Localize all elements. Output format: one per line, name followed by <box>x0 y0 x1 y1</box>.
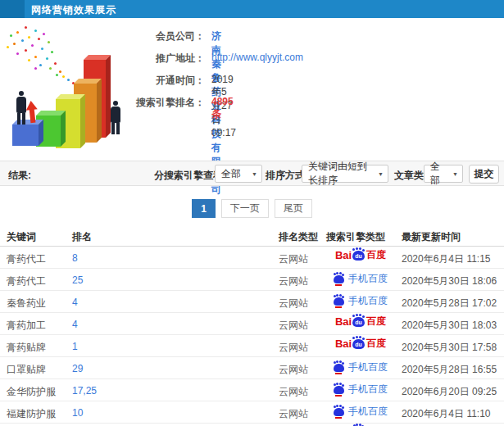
header-rank: 排名 <box>72 230 92 244</box>
table-row: 金华防护服 17,25 云网站 手机百度 2020年6月20日 09:25 <box>0 379 504 401</box>
rank-type: 云网站 <box>279 297 308 310</box>
header-update-time: 最新更新时间 <box>402 230 461 244</box>
rank-link[interactable]: 4 <box>72 319 78 330</box>
rank-count-value: 4895 <box>211 96 234 107</box>
baidu-mobile-logo: 手机百度 <box>334 272 388 286</box>
title-bar-corner <box>0 0 25 18</box>
baidu-mobile-logo: 手机百度 <box>334 405 388 419</box>
keyword: 膏药加工 <box>7 319 46 333</box>
promo-url-label: 推广地址： <box>111 52 205 66</box>
rank-link[interactable]: 25 <box>72 274 83 286</box>
baidu-paw-icon: du <box>352 339 365 349</box>
rank-link[interactable]: 10 <box>72 407 83 419</box>
keyword: 膏药代工 <box>7 274 46 288</box>
sort-select[interactable]: 关键词由短到长排序 ▼ <box>302 165 388 183</box>
rank-type: 云网站 <box>279 274 308 288</box>
baidu-pc-logo: Baidu百度 <box>335 316 386 327</box>
rank-type: 云网站 <box>279 319 308 333</box>
header-rank-type: 排名类型 <box>279 230 318 244</box>
engine-select[interactable]: 全部 ▼ <box>215 165 262 183</box>
title-bar: 网络营销效果展示 <box>0 0 504 18</box>
keyword: 秦鲁药业 <box>7 297 46 310</box>
baidu-paw-icon: du <box>352 317 365 327</box>
keyword: 膏药贴牌 <box>7 341 46 355</box>
rank-type: 云网站 <box>279 385 308 399</box>
table-header: 关键词 排名 排名类型 搜索引擎类型 最新更新时间 <box>0 224 504 247</box>
keyword: 膏药代工 <box>7 252 46 266</box>
rank-link[interactable]: 1 <box>72 341 78 352</box>
keyword: 福建防护服 <box>7 407 56 421</box>
baidu-paw-icon <box>334 297 344 306</box>
table-row: 福建防护服 10 云网站 手机百度 2020年6月4日 11:10 <box>0 401 504 424</box>
page-title: 网络营销效果展示 <box>31 3 116 17</box>
submit-button[interactable]: 提交 <box>469 165 499 184</box>
chevron-down-icon: ▼ <box>378 171 384 177</box>
rank-type: 云网站 <box>279 252 308 266</box>
rank-link[interactable]: 8 <box>72 252 78 264</box>
rank-link[interactable]: 17,25 <box>72 385 97 397</box>
update-time: 2020年6月4日 11:10 <box>402 407 491 421</box>
engine-filter-label: 分搜索引擎查看 <box>154 169 223 183</box>
update-time: 2020年5月28日 16:55 <box>402 363 497 377</box>
article-type-select[interactable]: 全部 ▼ <box>424 165 463 183</box>
update-time: 2020年6月4日 11:15 <box>402 252 491 266</box>
pagination: 1 下一页 尾页 <box>0 199 504 218</box>
baidu-paw-icon: du <box>352 251 365 261</box>
table-row: 膏药代工 25 云网站 手机百度 2020年5月30日 18:06 <box>0 269 504 291</box>
table-row: 膏药代工 8 云网站 Baidu百度 2020年6月4日 11:15 <box>0 247 504 269</box>
filter-bar: 结果: 分搜索引擎查看 全部 ▼ 排序方式 关键词由短到长排序 ▼ 文章类型 全… <box>0 161 504 186</box>
table-row: 秦鲁药业 4 云网站 手机百度 2020年5月28日 17:02 <box>0 291 504 313</box>
engine-select-value: 全部 <box>221 167 241 181</box>
rank-count-label: 搜索引擎排名： <box>111 96 205 110</box>
chevron-down-icon: ▼ <box>252 171 257 177</box>
baidu-paw-icon <box>334 386 344 394</box>
promo-url-link[interactable]: http://www.qlyyjt.com <box>211 52 303 63</box>
last-page-button[interactable]: 尾页 <box>275 199 312 218</box>
baidu-mobile-logo: 手机百度 <box>334 383 388 397</box>
page: 网络营销效果展示 会员公司： 济南秦鲁药业科技有限公司 推广地址： http:/… <box>0 0 504 426</box>
sort-select-value: 关键词由短到长排序 <box>308 160 375 188</box>
keyword: 金华防护服 <box>7 385 56 399</box>
company-label: 会员公司： <box>111 29 205 43</box>
rank-type: 云网站 <box>279 341 308 355</box>
businessman-figure-right <box>109 101 122 134</box>
page-1-button[interactable]: 1 <box>192 199 216 218</box>
result-label: 结果: <box>8 169 31 183</box>
update-time: 2020年6月20日 09:25 <box>402 385 497 399</box>
update-time: 2020年5月30日 18:06 <box>402 274 497 288</box>
baidu-paw-icon <box>334 408 344 416</box>
rank-link[interactable]: 4 <box>72 297 78 308</box>
baidu-mobile-logo: 手机百度 <box>334 294 388 308</box>
rank-link[interactable]: 29 <box>72 363 83 374</box>
table-row: 膏药贴牌 1 云网站 Baidu百度 2020年5月30日 17:58 <box>0 335 504 357</box>
baidu-mobile-logo: 手机百度 <box>334 360 388 374</box>
chevron-down-icon: ▼ <box>452 171 458 177</box>
baidu-pc-logo: Baidu百度 <box>335 250 386 261</box>
chart-bar-blue <box>12 125 39 146</box>
rank-count-unit: 条 <box>211 108 221 120</box>
table-row: 膏药加工 4 云网站 Baidu百度 2020年5月30日 18:03 <box>0 313 504 335</box>
baidu-paw-icon <box>334 275 344 283</box>
rank-type: 云网站 <box>279 363 308 377</box>
header-engine-type: 搜索引擎类型 <box>326 230 385 244</box>
update-time: 2020年5月28日 17:02 <box>402 297 497 310</box>
businessman-figure-left <box>15 91 28 125</box>
open-time-label: 开通时间： <box>111 74 205 88</box>
update-time: 2020年5月30日 18:03 <box>402 319 497 333</box>
baidu-pc-logo: Baidu百度 <box>335 338 386 349</box>
update-time: 2020年5月30日 17:58 <box>402 341 497 355</box>
header-keyword: 关键词 <box>7 230 36 244</box>
rank-type: 云网站 <box>279 407 308 421</box>
keyword: 口罩贴牌 <box>7 363 46 377</box>
confetti-dots <box>7 26 9 29</box>
table-row: 口罩贴牌 29 云网站 手机百度 2020年5月28日 16:55 <box>0 357 504 379</box>
baidu-paw-icon <box>334 364 344 372</box>
article-type-select-value: 全部 <box>430 160 449 188</box>
sort-label: 排序方式 <box>266 169 305 183</box>
next-page-button[interactable]: 下一页 <box>221 199 269 218</box>
